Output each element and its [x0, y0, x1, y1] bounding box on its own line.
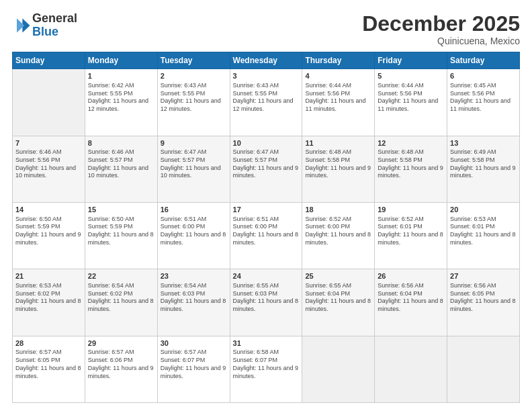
cell-w4-d0: 21Sunrise: 6:53 AM Sunset: 6:02 PM Dayli… [13, 269, 85, 336]
cell-w5-d4 [302, 336, 375, 402]
day-number: 13 [450, 138, 517, 148]
cell-content: Sunrise: 6:46 AM Sunset: 5:57 PM Dayligh… [88, 148, 154, 180]
logo-general: General [32, 11, 77, 25]
cell-w3-d6: 20Sunrise: 6:53 AM Sunset: 6:01 PM Dayli… [447, 202, 520, 269]
cell-w3-d0: 14Sunrise: 6:50 AM Sunset: 5:59 PM Dayli… [13, 202, 85, 269]
calendar-table: Sunday Monday Tuesday Wednesday Thursday… [12, 52, 520, 403]
day-number: 4 [305, 71, 371, 81]
cell-w4-d5: 26Sunrise: 6:56 AM Sunset: 6:04 PM Dayli… [375, 269, 447, 336]
day-number: 3 [233, 71, 300, 81]
cell-content: Sunrise: 6:50 AM Sunset: 5:59 PM Dayligh… [88, 216, 154, 247]
day-number: 12 [378, 138, 444, 148]
cell-w5-d6 [447, 336, 520, 402]
col-wednesday: Wednesday [230, 52, 302, 69]
day-number: 23 [161, 271, 227, 281]
week-row-1: 1Sunrise: 6:42 AM Sunset: 5:55 PM Daylig… [13, 69, 520, 136]
cell-w5-d5 [375, 336, 447, 402]
cell-w5-d2: 30Sunrise: 6:57 AM Sunset: 6:07 PM Dayli… [157, 336, 230, 402]
day-number: 6 [450, 71, 517, 81]
cell-w1-d2: 2Sunrise: 6:43 AM Sunset: 5:55 PM Daylig… [157, 69, 230, 136]
cell-w2-d2: 9Sunrise: 6:47 AM Sunset: 5:57 PM Daylig… [157, 136, 230, 202]
col-friday: Friday [375, 52, 447, 69]
cell-content: Sunrise: 6:55 AM Sunset: 6:03 PM Dayligh… [233, 282, 300, 314]
cell-content: Sunrise: 6:54 AM Sunset: 6:03 PM Dayligh… [161, 282, 227, 314]
cell-w4-d6: 27Sunrise: 6:56 AM Sunset: 6:05 PM Dayli… [447, 269, 520, 336]
header-row: Sunday Monday Tuesday Wednesday Thursday… [13, 52, 520, 69]
day-number: 24 [233, 271, 300, 281]
cell-content: Sunrise: 6:48 AM Sunset: 5:58 PM Dayligh… [305, 148, 371, 180]
cell-content: Sunrise: 6:57 AM Sunset: 6:07 PM Dayligh… [161, 349, 227, 380]
cell-w5-d3: 31Sunrise: 6:58 AM Sunset: 6:07 PM Dayli… [230, 336, 302, 402]
cell-content: Sunrise: 6:42 AM Sunset: 5:55 PM Dayligh… [88, 82, 154, 113]
col-monday: Monday [85, 52, 157, 69]
day-number: 7 [15, 138, 82, 148]
day-number: 14 [15, 205, 82, 215]
cell-w3-d5: 19Sunrise: 6:52 AM Sunset: 6:01 PM Dayli… [375, 202, 447, 269]
cell-content: Sunrise: 6:44 AM Sunset: 5:56 PM Dayligh… [305, 82, 371, 113]
cell-content: Sunrise: 6:57 AM Sunset: 6:06 PM Dayligh… [88, 349, 154, 380]
day-number: 27 [450, 271, 517, 281]
day-number: 22 [88, 271, 154, 281]
cell-w2-d6: 13Sunrise: 6:49 AM Sunset: 5:58 PM Dayli… [447, 136, 520, 202]
cell-content: Sunrise: 6:46 AM Sunset: 5:56 PM Dayligh… [15, 148, 82, 180]
day-number: 9 [161, 138, 227, 148]
logo-text: General Blue [32, 12, 77, 39]
cell-content: Sunrise: 6:57 AM Sunset: 6:05 PM Dayligh… [15, 349, 82, 380]
cell-w5-d0: 28Sunrise: 6:57 AM Sunset: 6:05 PM Dayli… [13, 336, 85, 402]
day-number: 1 [88, 71, 154, 81]
cell-content: Sunrise: 6:52 AM Sunset: 6:00 PM Dayligh… [305, 216, 371, 247]
day-number: 8 [88, 138, 154, 148]
cell-w5-d1: 29Sunrise: 6:57 AM Sunset: 6:06 PM Dayli… [85, 336, 157, 402]
day-number: 29 [88, 338, 154, 349]
day-number: 2 [161, 71, 227, 81]
cell-content: Sunrise: 6:55 AM Sunset: 6:04 PM Dayligh… [305, 282, 371, 314]
cell-w4-d1: 22Sunrise: 6:54 AM Sunset: 6:02 PM Dayli… [85, 269, 157, 336]
day-number: 17 [233, 205, 300, 215]
cell-w2-d5: 12Sunrise: 6:48 AM Sunset: 5:58 PM Dayli… [375, 136, 447, 202]
col-saturday: Saturday [447, 52, 520, 69]
day-number: 19 [378, 205, 444, 215]
day-number: 20 [450, 205, 517, 215]
col-thursday: Thursday [302, 52, 375, 69]
cell-content: Sunrise: 6:58 AM Sunset: 6:07 PM Dayligh… [233, 349, 300, 380]
day-number: 26 [378, 271, 444, 281]
cell-w1-d5: 5Sunrise: 6:44 AM Sunset: 5:56 PM Daylig… [375, 69, 447, 136]
logo-blue: Blue [32, 25, 58, 38]
day-number: 10 [233, 138, 300, 148]
header: General Blue December 2025 Quinicuena, M… [12, 12, 520, 46]
month-title: December 2025 [362, 12, 520, 36]
cell-w2-d3: 10Sunrise: 6:47 AM Sunset: 5:57 PM Dayli… [230, 136, 302, 202]
cell-content: Sunrise: 6:53 AM Sunset: 6:02 PM Dayligh… [15, 282, 82, 314]
cell-w4-d4: 25Sunrise: 6:55 AM Sunset: 6:04 PM Dayli… [302, 269, 375, 336]
cell-content: Sunrise: 6:45 AM Sunset: 5:56 PM Dayligh… [450, 82, 517, 113]
cell-content: Sunrise: 6:52 AM Sunset: 6:01 PM Dayligh… [378, 216, 444, 247]
logo: General Blue [12, 12, 77, 39]
title-area: December 2025 Quinicuena, Mexico [362, 12, 520, 46]
week-row-5: 28Sunrise: 6:57 AM Sunset: 6:05 PM Dayli… [13, 336, 520, 402]
day-number: 25 [305, 271, 371, 281]
col-sunday: Sunday [13, 52, 85, 69]
cell-content: Sunrise: 6:49 AM Sunset: 5:58 PM Dayligh… [450, 148, 517, 180]
cell-content: Sunrise: 6:51 AM Sunset: 6:00 PM Dayligh… [161, 216, 227, 247]
cell-w3-d1: 15Sunrise: 6:50 AM Sunset: 5:59 PM Dayli… [85, 202, 157, 269]
cell-w3-d3: 17Sunrise: 6:51 AM Sunset: 6:00 PM Dayli… [230, 202, 302, 269]
cell-w1-d6: 6Sunrise: 6:45 AM Sunset: 5:56 PM Daylig… [447, 69, 520, 136]
location: Quinicuena, Mexico [362, 36, 520, 46]
cell-content: Sunrise: 6:50 AM Sunset: 5:59 PM Dayligh… [15, 216, 82, 247]
cell-content: Sunrise: 6:47 AM Sunset: 5:57 PM Dayligh… [161, 148, 227, 180]
cell-w1-d0 [13, 69, 85, 136]
logo-icon [12, 16, 31, 35]
week-row-3: 14Sunrise: 6:50 AM Sunset: 5:59 PM Dayli… [13, 202, 520, 269]
cell-content: Sunrise: 6:54 AM Sunset: 6:02 PM Dayligh… [88, 282, 154, 314]
cell-content: Sunrise: 6:47 AM Sunset: 5:57 PM Dayligh… [233, 148, 300, 180]
day-number: 18 [305, 205, 371, 215]
day-number: 31 [233, 338, 300, 349]
cell-content: Sunrise: 6:43 AM Sunset: 5:55 PM Dayligh… [161, 82, 227, 113]
cell-w1-d1: 1Sunrise: 6:42 AM Sunset: 5:55 PM Daylig… [85, 69, 157, 136]
week-row-2: 7Sunrise: 6:46 AM Sunset: 5:56 PM Daylig… [13, 136, 520, 202]
cell-content: Sunrise: 6:44 AM Sunset: 5:56 PM Dayligh… [378, 82, 444, 113]
cell-content: Sunrise: 6:56 AM Sunset: 6:04 PM Dayligh… [378, 282, 444, 314]
day-number: 16 [161, 205, 227, 215]
cell-w2-d0: 7Sunrise: 6:46 AM Sunset: 5:56 PM Daylig… [13, 136, 85, 202]
cell-w4-d2: 23Sunrise: 6:54 AM Sunset: 6:03 PM Dayli… [157, 269, 230, 336]
